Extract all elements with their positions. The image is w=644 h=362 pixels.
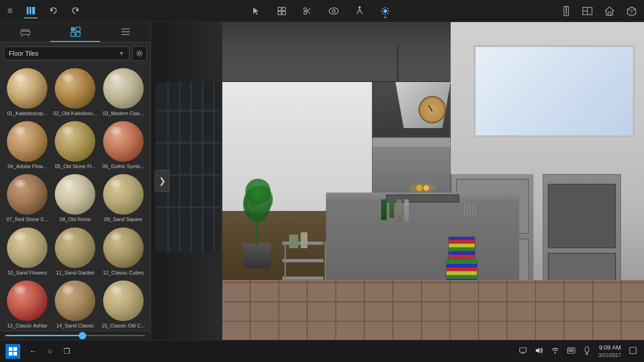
- material-item-14[interactable]: 14_Sand Classic: [52, 279, 99, 331]
- walk-icon[interactable]: [354, 4, 366, 18]
- view-icon[interactable]: [327, 6, 341, 17]
- svg-marker-4: [75, 8, 78, 12]
- material-item-10[interactable]: 10_Sand Flowers: [4, 226, 51, 278]
- svg-line-23: [388, 13, 389, 14]
- viewport-nav-arrow[interactable]: ❯: [155, 170, 169, 192]
- svg-rect-47: [76, 32, 80, 36]
- material-sphere-7: [7, 174, 47, 215]
- settings-button[interactable]: [132, 46, 147, 61]
- wall-clock: [418, 96, 446, 123]
- material-item-7[interactable]: 07_Red Stone S...: [4, 172, 51, 224]
- cortana-button[interactable]: ○: [46, 346, 54, 356]
- sun-icon[interactable]: [378, 4, 392, 18]
- utensil-rack: [464, 202, 476, 216]
- svg-rect-2: [32, 7, 35, 14]
- material-sphere-6: [103, 121, 144, 162]
- material-name-13: 13_Classic Ashlar: [7, 323, 47, 329]
- floor: [222, 280, 644, 340]
- pen-icon[interactable]: [582, 345, 592, 357]
- info-icon[interactable]: [560, 4, 572, 18]
- svg-rect-45: [76, 27, 80, 31]
- material-name-2: 02_Old Kaleidosc...: [53, 111, 97, 117]
- svg-marker-3: [51, 8, 53, 12]
- material-item-11[interactable]: 11_Sand Garden: [52, 226, 99, 278]
- material-item-13[interactable]: 13_Classic Ashlar: [4, 279, 51, 331]
- svg-rect-62: [585, 347, 589, 352]
- back-button[interactable]: ←: [28, 346, 39, 356]
- grid-icon[interactable]: [275, 5, 288, 18]
- material-sphere-10: [7, 228, 47, 268]
- taskbar-left: ← ○ ❐: [6, 344, 72, 359]
- svg-rect-7: [282, 7, 285, 11]
- panel-tabs: [0, 22, 151, 42]
- material-item-9[interactable]: 09_Sand Square: [100, 172, 147, 224]
- screen-icon[interactable]: [517, 346, 528, 356]
- svg-rect-8: [278, 12, 281, 15]
- material-item-12[interactable]: 12_Classic Cubes: [100, 226, 147, 278]
- time-date-block[interactable]: 9:09 AM 3/21/2017: [598, 344, 621, 358]
- svg-point-15: [332, 10, 335, 12]
- svg-rect-60: [572, 349, 574, 350]
- svg-marker-5: [253, 7, 259, 15]
- material-name-5: 05_Old Stone Fl...: [55, 163, 96, 169]
- select-icon[interactable]: [249, 5, 262, 18]
- material-name-14: 14_Sand Classic: [56, 323, 94, 329]
- svg-line-25: [383, 13, 383, 14]
- tab-furniture[interactable]: [0, 22, 50, 42]
- material-sphere-14: [55, 280, 95, 321]
- left-panel: Floor Tiles ▼ 01_Kaleidoscop... 02_Old K…: [0, 22, 151, 340]
- svg-rect-34: [608, 12, 611, 15]
- layout-icon[interactable]: [580, 5, 594, 17]
- library-icon[interactable]: [24, 4, 38, 18]
- size-slider[interactable]: [6, 335, 145, 336]
- keyboard-icon[interactable]: [565, 346, 577, 356]
- svg-marker-55: [536, 348, 540, 353]
- svg-point-56: [555, 352, 556, 353]
- start-button[interactable]: [6, 344, 20, 359]
- 3d-icon[interactable]: [625, 4, 638, 18]
- material-name-11: 11_Sand Garden: [56, 270, 95, 276]
- material-name-4: 04_Adobe Flow...: [8, 163, 47, 169]
- material-item-3[interactable]: 03_Modern Clas...: [100, 66, 147, 118]
- svg-point-16: [359, 6, 361, 8]
- svg-rect-0: [27, 7, 29, 14]
- notification-icon[interactable]: [627, 346, 638, 357]
- bottles: [381, 199, 409, 222]
- taskbar-right: 9:09 AM 3/21/2017: [517, 344, 638, 358]
- category-dropdown[interactable]: Floor Tiles ▼: [4, 47, 129, 60]
- windows-logo-icon: [9, 347, 17, 356]
- tab-list[interactable]: [100, 22, 151, 42]
- home-icon[interactable]: [603, 4, 616, 18]
- svg-line-22: [383, 8, 383, 9]
- undo-icon[interactable]: [47, 5, 60, 18]
- volume-icon[interactable]: [533, 346, 545, 357]
- material-sphere-8: [55, 174, 95, 215]
- right-window: [474, 45, 635, 137]
- material-item-8[interactable]: 08_Old Rome: [52, 172, 99, 224]
- material-item-5[interactable]: 05_Old Stone Fl...: [52, 119, 99, 171]
- menu-icon[interactable]: ≡: [6, 4, 15, 18]
- material-item-15[interactable]: 15_Classic Old C...: [100, 279, 147, 331]
- scissors-icon[interactable]: [301, 5, 314, 18]
- category-label: Floor Tiles: [9, 50, 39, 57]
- kitchen-island: [326, 193, 519, 285]
- material-item-4[interactable]: 04_Adobe Flow...: [4, 119, 51, 171]
- svg-line-39: [627, 9, 632, 12]
- svg-rect-44: [71, 27, 75, 31]
- time-display: 9:09 AM: [598, 344, 621, 352]
- svg-point-17: [383, 9, 387, 13]
- svg-rect-1: [29, 7, 31, 14]
- chevron-down-icon: ▼: [119, 50, 124, 57]
- svg-rect-46: [71, 32, 75, 36]
- viewport[interactable]: ❯: [151, 22, 644, 340]
- size-slider-row: [0, 331, 151, 340]
- task-view-button[interactable]: ❐: [62, 346, 72, 356]
- material-item-1[interactable]: 01_Kaleidoscop...: [4, 66, 51, 118]
- network-icon[interactable]: [550, 346, 561, 357]
- tab-materials[interactable]: [50, 22, 100, 42]
- date-display: 3/21/2017: [598, 352, 621, 358]
- slider-thumb[interactable]: [79, 332, 86, 339]
- material-item-2[interactable]: 02_Old Kaleidosc...: [52, 66, 99, 118]
- material-item-6[interactable]: 06_Gothic Symb...: [100, 119, 147, 171]
- redo-icon[interactable]: [69, 5, 82, 18]
